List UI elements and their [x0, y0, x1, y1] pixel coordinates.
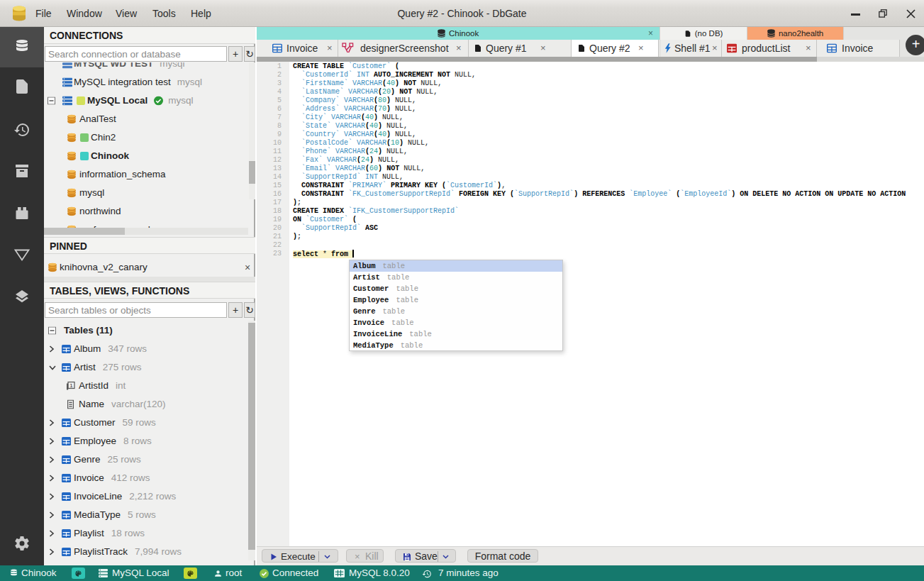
svg-text:1: 1: [69, 382, 73, 389]
